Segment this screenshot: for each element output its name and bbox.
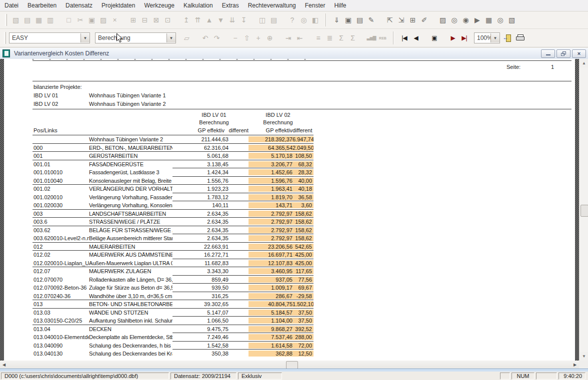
horizontal-scrollbar[interactable]: ◀ ▶ xyxy=(0,361,579,369)
remove-row-icon[interactable]: − xyxy=(230,32,241,44)
cell-description: DECKEN xyxy=(89,326,172,332)
search-record-icon[interactable]: ◎ xyxy=(494,14,506,26)
numbered-list-icon[interactable]: ≣ xyxy=(324,32,336,44)
chevron-down-icon[interactable]: ▼ xyxy=(490,33,500,42)
chart-icon[interactable]: ▃▅▇ xyxy=(366,32,377,44)
search-icon[interactable]: ◎ xyxy=(298,14,310,26)
forward-record-icon[interactable]: ▶ xyxy=(472,14,483,26)
insert-row-icon[interactable]: ⇧ xyxy=(241,32,252,44)
letter-icon[interactable]: ▤ xyxy=(22,14,33,26)
menu-item[interactable]: Hilfe xyxy=(330,0,350,11)
assign-up-icon[interactable]: ⇱ xyxy=(384,14,396,26)
menu-item[interactable]: Datensatz xyxy=(61,0,97,11)
toolbar-grip[interactable] xyxy=(5,14,7,26)
chevron-down-icon[interactable]: ▼ xyxy=(166,33,176,42)
easy-combobox[interactable]: EASY ▼ xyxy=(9,32,90,43)
exit-icon[interactable] xyxy=(503,32,514,44)
restore-button[interactable] xyxy=(556,49,570,58)
toolbar-grip[interactable] xyxy=(4,32,6,44)
open-icon[interactable]: ▱ xyxy=(181,32,192,44)
vertical-scrollbar[interactable]: ▲ ▼ xyxy=(579,59,588,361)
outdent-icon[interactable]: ⇤ xyxy=(294,32,306,44)
menu-item[interactable]: Kalkulation xyxy=(179,0,218,11)
cell-description: STRASSEN/WEGE / PLÄTZE xyxy=(89,219,172,225)
zoom-record-icon[interactable]: ◎ xyxy=(448,14,460,26)
horizontal-scroll-thumb[interactable] xyxy=(286,361,298,369)
scroll-down-icon[interactable]: ▼ xyxy=(580,352,588,361)
move-pageup-icon[interactable]: ⇈ xyxy=(192,14,204,26)
table-row: 013.040090 Schalung des Deckenrandes, h … xyxy=(32,342,314,350)
layout-icon[interactable]: ◧ xyxy=(310,14,321,26)
zoom-combobox[interactable]: 100% ▼ xyxy=(474,32,500,43)
move-down-icon[interactable]: ▼ xyxy=(215,14,226,26)
grid-icon[interactable]: ⊞ xyxy=(407,14,418,26)
pin-icon[interactable]: ✐ xyxy=(418,14,430,26)
reb-icon[interactable]: REB xyxy=(377,32,388,44)
report-view-icon[interactable]: ▧ xyxy=(10,14,22,26)
copy-icon[interactable]: ▣ xyxy=(86,14,98,26)
table-record-icon[interactable]: ▦ xyxy=(483,14,494,26)
first-record-icon[interactable]: |◀ xyxy=(398,32,410,44)
new-record-icon[interactable]: □ xyxy=(63,14,74,26)
menu-item[interactable]: Fenster xyxy=(300,0,330,11)
minimize-button[interactable] xyxy=(541,49,555,58)
add-multi-icon[interactable]: ⊕ xyxy=(264,32,276,44)
column-group-2: IBD LV 02 xyxy=(250,112,306,118)
add-row-icon[interactable]: + xyxy=(252,32,264,44)
page-margin-left xyxy=(0,59,4,361)
hierarchy-sub-icon[interactable]: ⊠ xyxy=(150,14,162,26)
move-first-icon[interactable]: ↥ xyxy=(180,14,192,26)
list-icon[interactable]: ≡ xyxy=(312,32,324,44)
help-icon[interactable]: ? xyxy=(286,14,298,26)
delete-icon[interactable]: × xyxy=(109,14,120,26)
close-button[interactable]: × xyxy=(572,49,586,58)
sum-positions-icon[interactable]: Σ xyxy=(336,32,347,44)
mode-combobox[interactable]: Berechnung ▼ xyxy=(95,32,176,43)
scroll-up-icon[interactable]: ▲ xyxy=(580,59,588,67)
project-stack-icon[interactable]: ▥ xyxy=(44,14,56,26)
cut-icon[interactable]: ✂ xyxy=(74,14,86,26)
move-pagedown-icon[interactable]: ⇊ xyxy=(226,14,238,26)
vertical-scroll-thumb[interactable] xyxy=(580,205,588,217)
print-current-icon[interactable]: ▶ xyxy=(447,32,458,44)
toolbar-separator[interactable] xyxy=(393,31,394,44)
scroll-right-icon[interactable]: ▶ xyxy=(571,361,579,369)
image-icon[interactable]: ▦ xyxy=(33,14,44,26)
menu-item[interactable]: Rechteverwaltung xyxy=(244,0,300,11)
chevron-down-icon[interactable]: ▼ xyxy=(80,33,90,42)
records-icon[interactable]: ▣ xyxy=(342,14,354,26)
hierarchy-outline-icon[interactable]: ⊟ xyxy=(139,14,150,26)
prev-record-icon[interactable]: ◀ xyxy=(410,32,422,44)
cell-pos: 013.040010-Elementdeck xyxy=(32,334,89,340)
scroll-left-icon[interactable]: ◀ xyxy=(0,361,8,369)
zoom-record2-icon[interactable]: ◉ xyxy=(460,14,472,26)
takeover-icon[interactable]: ⇓ xyxy=(331,14,342,26)
cell-pos: 012.07 xyxy=(32,268,89,274)
form-view-icon[interactable]: ◫ xyxy=(256,14,268,26)
cell-gp-effektiv-2: 1.596,76 xyxy=(248,178,292,184)
menu-item[interactable]: Datei xyxy=(0,0,23,11)
undo-icon[interactable]: ↶ xyxy=(200,32,211,44)
print-icon[interactable]: ▤ xyxy=(268,14,280,26)
hierarchy-list-icon[interactable]: ⊡ xyxy=(162,14,174,26)
hierarchy-insert-icon[interactable]: ⊞ xyxy=(128,14,139,26)
close-record-icon[interactable]: ▧ xyxy=(506,14,518,26)
record-new-icon[interactable]: ▤ xyxy=(354,14,366,26)
menu-item[interactable]: Extras xyxy=(218,0,244,11)
printer-icon[interactable] xyxy=(514,32,526,44)
menu-item[interactable]: Bearbeiten xyxy=(23,0,61,11)
menu-item[interactable]: Werkzeuge xyxy=(140,0,178,11)
paste-icon[interactable]: ▨ xyxy=(98,14,109,26)
indent-icon[interactable]: ⇥ xyxy=(282,32,294,44)
sum-icon[interactable]: Σ xyxy=(347,32,358,44)
copy-pages-icon[interactable]: ▣ xyxy=(428,32,440,44)
record-check-icon[interactable]: ▨ xyxy=(437,14,448,26)
move-up-icon[interactable]: ▲ xyxy=(204,14,215,26)
menu-item[interactable]: Projektdaten xyxy=(97,0,140,11)
print-all-icon[interactable]: ▶| xyxy=(458,32,470,44)
assign-down-icon[interactable]: ⇲ xyxy=(396,14,407,26)
record-edit-icon[interactable]: ✎ xyxy=(366,14,377,26)
redo-icon[interactable]: ↷ xyxy=(211,32,222,44)
move-last-icon[interactable]: ↧ xyxy=(238,14,250,26)
toolbar-separator[interactable] xyxy=(326,13,326,26)
